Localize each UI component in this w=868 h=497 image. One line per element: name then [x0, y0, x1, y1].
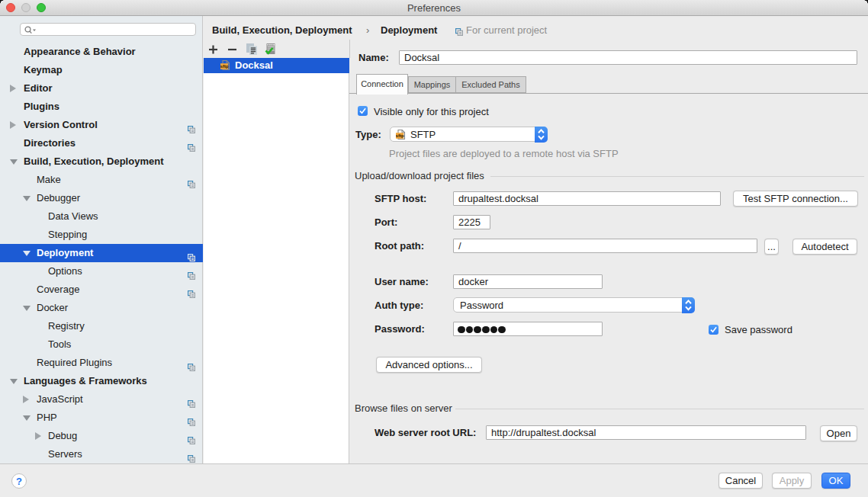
svg-text:sftp: sftp	[396, 133, 404, 138]
svg-text:sftp: sftp	[220, 63, 229, 69]
